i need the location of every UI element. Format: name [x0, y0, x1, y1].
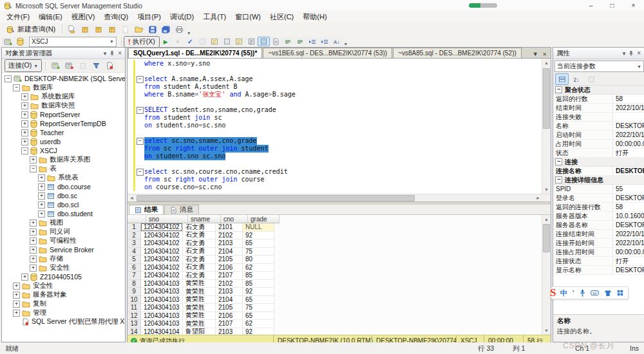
- result-cell[interactable]: 92: [243, 232, 274, 240]
- close-panel-icon[interactable]: ×: [118, 50, 122, 57]
- filter-button[interactable]: [90, 60, 103, 71]
- fold-margin[interactable]: −: [136, 168, 144, 176]
- result-cell[interactable]: 1204304103: [141, 288, 183, 296]
- result-cell[interactable]: 1204304103: [141, 280, 183, 288]
- close-document-icon[interactable]: ×: [543, 50, 547, 58]
- indent-increase-button[interactable]: [319, 37, 331, 46]
- tree-item[interactable]: +dbo.scl: [2, 200, 125, 209]
- fold-margin[interactable]: −: [136, 106, 144, 114]
- database-combobox[interactable]: XSCJ ▼: [29, 37, 117, 47]
- scroll-down-icon[interactable]: ▼: [542, 326, 551, 335]
- result-cell[interactable]: 石文勇: [183, 232, 216, 240]
- tree-item[interactable]: +dbo.sc: [2, 191, 125, 200]
- expand-toggle-icon[interactable]: +: [30, 219, 37, 227]
- result-cell[interactable]: 80: [243, 256, 274, 264]
- pin-icon[interactable]: [109, 50, 115, 57]
- document-tab[interactable]: ~vs8A85.sql - DES...BME2IK\20774 (52)): [393, 48, 522, 58]
- properties-object-combobox[interactable]: 当前连接参数 ▼: [554, 61, 644, 72]
- result-cell[interactable]: 石文勇: [183, 248, 216, 256]
- result-cell[interactable]: 1204304103: [141, 320, 183, 328]
- result-cell[interactable]: 65: [243, 296, 274, 304]
- result-cell[interactable]: 2104: [216, 296, 243, 304]
- expand-toggle-icon[interactable]: +: [21, 102, 28, 109]
- expand-toggle-icon[interactable]: +: [13, 292, 20, 299]
- editor-horizontal-scrollbar[interactable]: ◄ ►: [128, 194, 551, 201]
- tree-item[interactable]: −表: [2, 164, 125, 173]
- analysis-mdx-query-button[interactable]: [78, 24, 91, 35]
- row-number-cell[interactable]: 6: [128, 264, 141, 272]
- tab-messages[interactable]: 消息: [164, 205, 199, 214]
- result-cell[interactable]: 1204304103: [141, 296, 183, 304]
- open-file-button[interactable]: [132, 24, 146, 35]
- menu-item[interactable]: 帮助(H): [298, 11, 331, 23]
- expand-toggle-icon[interactable]: +: [13, 310, 20, 317]
- expand-toggle-icon[interactable]: +: [21, 138, 28, 145]
- scroll-up-icon[interactable]: ▲: [542, 59, 551, 67]
- menu-item[interactable]: 文件(F): [2, 11, 34, 23]
- script-wizard-button[interactable]: [103, 60, 117, 71]
- result-cell[interactable]: 62: [243, 264, 274, 272]
- column-header[interactable]: sname: [188, 215, 221, 223]
- tree-item[interactable]: +ReportServerTempDB: [2, 119, 125, 128]
- tree-item[interactable]: +数据库关系图: [2, 155, 125, 164]
- window-position-icon[interactable]: ▾: [104, 50, 107, 57]
- change-connection-button[interactable]: [2, 37, 14, 46]
- result-cell[interactable]: 石文勇: [183, 256, 216, 264]
- tree-item[interactable]: −XSCJ: [2, 146, 125, 155]
- result-cell[interactable]: 85: [243, 272, 274, 280]
- parse-query-button[interactable]: ✓: [184, 37, 196, 46]
- tree-item[interactable]: +安全性: [2, 281, 125, 290]
- fold-margin[interactable]: −: [136, 137, 144, 145]
- minimize-button[interactable]: –: [580, 0, 601, 11]
- expand-toggle-icon[interactable]: +: [30, 265, 37, 272]
- categorized-button[interactable]: [555, 73, 569, 85]
- row-number-cell[interactable]: 8: [128, 280, 141, 288]
- result-cell[interactable]: 2103: [216, 288, 243, 296]
- result-cell[interactable]: 石文勇: [183, 223, 216, 232]
- menu-item[interactable]: 查询(Q): [99, 11, 133, 23]
- expand-toggle-icon[interactable]: +: [30, 247, 37, 254]
- scroll-up-icon[interactable]: ▲: [542, 215, 551, 223]
- document-tab[interactable]: SQLQuery1.sql - DE...ME2IK\20774 (55))*: [128, 48, 262, 58]
- result-cell[interactable]: 65: [243, 239, 274, 248]
- result-cell[interactable]: 1204304102: [141, 232, 183, 240]
- property-row[interactable]: 服务器名称DESKTOP-NBME2IK: [553, 221, 644, 230]
- results-vertical-scrollbar[interactable]: ▲ ▼: [542, 215, 551, 335]
- intellisense-enabled-button[interactable]: A↓: [331, 37, 343, 46]
- property-group-header[interactable]: −连接: [553, 158, 644, 167]
- result-cell[interactable]: 2102: [216, 232, 243, 240]
- expand-toggle-icon[interactable]: +: [38, 201, 45, 209]
- result-cell[interactable]: 92: [243, 288, 274, 296]
- result-cell[interactable]: 2106: [216, 312, 243, 321]
- execute-button[interactable]: ! 执行(X): [124, 36, 160, 48]
- expand-toggle-icon[interactable]: +: [13, 283, 20, 290]
- sogou-menu-icon[interactable]: [617, 290, 623, 296]
- property-row[interactable]: 占用时间00:00:00.054: [553, 140, 644, 149]
- expand-toggle-icon[interactable]: +: [21, 93, 28, 100]
- property-row[interactable]: 启动时间2022/10/14 11:55: [553, 131, 644, 140]
- result-cell[interactable]: 1204304104: [141, 328, 183, 335]
- analysis-xmla-query-button[interactable]: [105, 24, 118, 35]
- available-databases-button[interactable]: [14, 37, 26, 46]
- tree-item[interactable]: +Z2104405105: [2, 272, 125, 281]
- restore-button[interactable]: □: [601, 0, 623, 11]
- result-cell[interactable]: 黄荣胜: [183, 320, 216, 328]
- collapse-toggle-icon[interactable]: −: [555, 86, 562, 93]
- result-cell[interactable]: 1204304102: [141, 223, 183, 232]
- menu-item[interactable]: 项目(P): [133, 11, 166, 23]
- result-cell[interactable]: 黄荣胜: [183, 312, 216, 321]
- tree-item[interactable]: +Teacher: [2, 128, 125, 137]
- expand-toggle-icon[interactable]: +: [13, 301, 20, 308]
- result-cell[interactable]: 黄荣胜: [183, 288, 216, 296]
- property-group-header[interactable]: −连接详细信息: [553, 176, 644, 185]
- collapse-toggle-icon[interactable]: −: [21, 147, 28, 154]
- close-panel-icon[interactable]: ×: [637, 50, 641, 57]
- analysis-dmx-query-button[interactable]: [91, 24, 105, 35]
- expand-toggle-icon[interactable]: +: [21, 274, 28, 281]
- stop-process-button[interactable]: [62, 60, 76, 71]
- expand-toggle-icon[interactable]: +: [30, 156, 37, 163]
- property-row[interactable]: 返回的行数58: [553, 95, 644, 104]
- property-row[interactable]: 连接结束时间2022/10/14 11:55: [553, 230, 644, 239]
- active-files-icon[interactable]: ▼: [533, 51, 538, 57]
- results-to-grid-button[interactable]: [258, 37, 270, 46]
